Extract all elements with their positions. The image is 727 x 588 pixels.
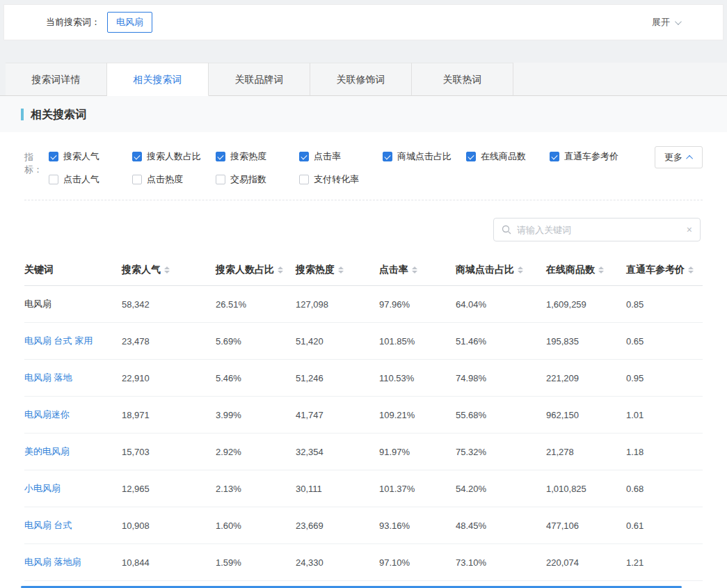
table-row: 小电风扇12,9652.13%30,111101.37%54.20%1,010,…	[24, 470, 703, 507]
metric-checkbox-item[interactable]: 直通车参考价	[550, 150, 633, 163]
sort-icon[interactable]	[278, 267, 283, 273]
checkbox-unchecked-icon[interactable]	[216, 175, 225, 184]
sort-icon[interactable]	[412, 267, 417, 273]
cell-value: 5.69%	[216, 336, 296, 347]
metric-checkbox-item[interactable]: 点击率	[299, 150, 383, 163]
column-header[interactable]: 在线商品数	[546, 264, 626, 276]
metric-checkbox-item[interactable]: 商城点击占比	[383, 150, 466, 163]
metric-checkbox-item[interactable]: 在线商品数	[466, 150, 550, 163]
related-keywords-table: 关键词搜索人气搜索人数占比搜索热度点击率商城点击占比在线商品数直通车参考价 电风…	[24, 254, 703, 581]
column-header-label: 商城点击占比	[456, 264, 514, 276]
cell-value: 51,420	[296, 336, 379, 347]
expand-button[interactable]: 展开	[652, 16, 680, 29]
metric-checkbox-item[interactable]: 点击人气	[49, 173, 132, 186]
keyword-link[interactable]: 电风扇 台式	[24, 519, 122, 532]
cell-value: 0.68	[626, 484, 703, 494]
current-search-term-group: 当前搜索词： 电风扇	[46, 12, 152, 33]
cell-value: 18,971	[122, 410, 216, 420]
sort-icon[interactable]	[338, 267, 344, 273]
column-header[interactable]: 搜索热度	[296, 264, 379, 276]
cell-value: 0.85	[626, 299, 703, 310]
metric-checkbox-item[interactable]: 搜索人气	[49, 150, 132, 163]
current-search-term-label: 当前搜索词：	[46, 16, 100, 29]
clear-icon[interactable]: ×	[687, 225, 692, 235]
metric-label: 点击热度	[147, 173, 183, 186]
checkbox-checked-icon[interactable]	[299, 152, 309, 161]
current-search-term-bar: 当前搜索词： 电风扇 展开	[3, 4, 724, 40]
metric-checkbox-item[interactable]: 搜索热度	[216, 150, 299, 163]
keyword-link[interactable]: 电风扇迷你	[24, 408, 122, 421]
column-header-label: 搜索人气	[122, 264, 161, 276]
metric-checkbox-item[interactable]: 搜索人数占比	[132, 150, 216, 163]
cell-value: 12,965	[122, 484, 216, 494]
section-header: 相关搜索词	[0, 96, 727, 132]
keyword-search-box[interactable]: ×	[493, 218, 701, 241]
tab-4[interactable]: 关联修饰词	[310, 63, 412, 96]
sort-icon[interactable]	[598, 267, 604, 273]
table-row: 电风扇 台式 家用23,4785.69%51,420101.85%51.46%1…	[24, 323, 703, 360]
metric-label: 直通车参考价	[564, 150, 618, 163]
keyword-link[interactable]: 小电风扇	[24, 482, 122, 495]
keyword-link[interactable]: 电风扇 台式 家用	[24, 335, 122, 347]
chevron-up-icon	[686, 154, 693, 161]
tab-5[interactable]: 关联热词	[412, 63, 513, 96]
cell-value: 10,908	[122, 521, 216, 531]
cell-value: 23,669	[296, 521, 379, 531]
checkbox-unchecked-icon[interactable]	[49, 175, 58, 184]
checkbox-checked-icon[interactable]	[49, 152, 58, 161]
cell-value: 2.92%	[216, 447, 296, 457]
keyword-link[interactable]: 电风扇 落地	[24, 372, 122, 384]
checkbox-checked-icon[interactable]	[466, 152, 476, 161]
keyword-text: 电风扇	[24, 298, 122, 310]
metric-checkbox-item[interactable]: 支付转化率	[299, 173, 383, 186]
metric-label: 在线商品数	[481, 150, 526, 163]
metric-filter-area: 指标： 搜索人气搜索人数占比搜索热度点击率商城点击占比在线商品数直通车参考价点击…	[0, 132, 727, 186]
column-header[interactable]: 搜索人气	[122, 264, 216, 276]
cell-value: 962,150	[546, 410, 626, 420]
checkbox-unchecked-icon[interactable]	[132, 175, 142, 184]
checkbox-checked-icon[interactable]	[216, 152, 225, 161]
keyword-link[interactable]: 美的电风扇	[24, 445, 122, 458]
search-icon	[502, 225, 511, 235]
metric-checkbox-item[interactable]: 交易指数	[216, 173, 299, 186]
cell-value: 0.65	[626, 336, 703, 347]
main-content: 相关搜索词 指标： 搜索人气搜索人数占比搜索热度点击率商城点击占比在线商品数直通…	[0, 96, 727, 588]
column-header[interactable]: 搜索人数占比	[216, 264, 296, 276]
column-header-label: 在线商品数	[546, 264, 595, 276]
metric-filter-label: 指标：	[24, 150, 49, 186]
column-header-label: 关键词	[24, 264, 54, 276]
cell-value: 48.45%	[456, 521, 546, 531]
cell-value: 109.21%	[379, 410, 456, 420]
cell-value: 2.13%	[216, 484, 296, 494]
metric-label: 点击人气	[63, 173, 99, 186]
column-header[interactable]: 点击率	[379, 264, 456, 276]
checkbox-unchecked-icon[interactable]	[299, 175, 309, 184]
cell-value: 127,098	[296, 299, 379, 310]
cell-value: 1.01	[626, 410, 703, 420]
cell-value: 1.60%	[216, 521, 296, 531]
sort-icon[interactable]	[164, 267, 170, 273]
tab-3[interactable]: 关联品牌词	[209, 63, 310, 96]
sort-icon[interactable]	[518, 267, 523, 273]
tab-2[interactable]: 相关搜索词	[107, 63, 209, 96]
cell-value: 55.68%	[456, 410, 546, 420]
metric-checkbox-item[interactable]: 点击热度	[132, 173, 216, 186]
sort-icon[interactable]	[688, 267, 694, 273]
checkbox-checked-icon[interactable]	[132, 152, 142, 161]
tab-bar-filler	[513, 63, 727, 96]
cell-value: 1,609,259	[546, 299, 626, 310]
keyword-link[interactable]: 电风扇 落地扇	[24, 556, 122, 569]
checkbox-checked-icon[interactable]	[383, 152, 392, 161]
keyword-search-input[interactable]	[517, 225, 681, 235]
cell-value: 64.04%	[456, 299, 546, 310]
checkbox-checked-icon[interactable]	[550, 152, 559, 161]
metric-label: 点击率	[314, 150, 341, 163]
search-term-tag[interactable]: 电风扇	[107, 12, 152, 33]
column-header[interactable]: 商城点击占比	[456, 264, 546, 276]
cell-value: 195,835	[546, 336, 626, 347]
tab-1[interactable]: 搜索词详情	[6, 63, 107, 96]
table-row: 电风扇 落地扇10,8441.59%24,33097.10%73.10%220,…	[24, 544, 703, 581]
more-button[interactable]: 更多	[655, 146, 703, 168]
cell-value: 74.98%	[456, 373, 546, 383]
column-header[interactable]: 直通车参考价	[626, 264, 703, 276]
